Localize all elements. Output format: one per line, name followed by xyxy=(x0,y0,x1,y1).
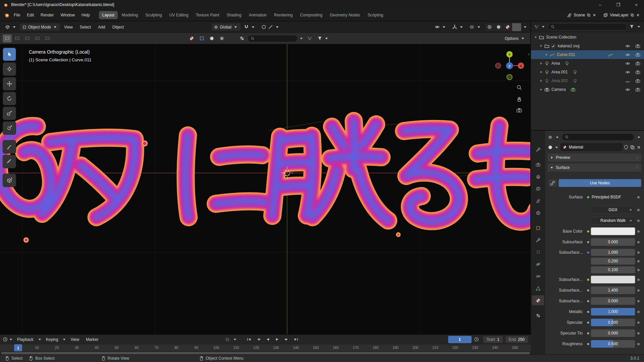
chevron-down-icon[interactable] xyxy=(299,36,304,41)
tab-layout[interactable]: Layout xyxy=(99,11,118,19)
play-reverse-button[interactable] xyxy=(264,336,272,343)
jump-to-start-button[interactable] xyxy=(245,336,254,343)
menu-window[interactable]: Window xyxy=(57,11,78,19)
select-box-tool[interactable] xyxy=(3,48,16,61)
options-dropdown[interactable]: Options xyxy=(502,35,528,42)
decorator-dot[interactable] xyxy=(635,343,641,345)
tab-world[interactable] xyxy=(532,208,544,218)
texture-ball-button[interactable] xyxy=(187,35,196,43)
material-sphere-icon[interactable] xyxy=(548,145,553,150)
tab-constraints[interactable] xyxy=(532,271,544,281)
outliner-row-scene-collection[interactable]: Scene Collection xyxy=(531,33,644,42)
timeline-editor-icon[interactable] xyxy=(3,337,8,342)
radius-z-field[interactable]: 0.100 xyxy=(591,266,635,274)
disclosure-triangle-icon[interactable] xyxy=(539,61,543,65)
auto-keying-toggle[interactable] xyxy=(223,336,232,343)
mode-selector[interactable]: Object Mode xyxy=(20,23,60,31)
render-visibility-toggle[interactable] xyxy=(633,52,642,57)
subsurface-method-dropdown[interactable]: Random Walk xyxy=(591,217,635,225)
jump-prev-keyframe-button[interactable] xyxy=(254,336,263,343)
tab-output[interactable] xyxy=(532,172,544,182)
timeline-menu-marker[interactable]: Marker xyxy=(83,336,101,343)
timeline-ruler[interactable]: 1 10203040506070809010011012013014015016… xyxy=(0,344,531,351)
render-visibility-toggle[interactable] xyxy=(633,44,642,49)
gizmos-dropdown[interactable] xyxy=(450,23,466,31)
playhead-marker[interactable]: 1 xyxy=(14,344,22,351)
material-name-field[interactable]: Material xyxy=(560,143,622,151)
view-list-button[interactable] xyxy=(305,35,314,43)
decorator-dot[interactable] xyxy=(635,279,641,281)
hide-eye-toggle[interactable] xyxy=(623,61,632,66)
disclosure-triangle-icon[interactable] xyxy=(539,79,543,83)
tab-material[interactable] xyxy=(532,295,544,305)
matcap-ball-button[interactable] xyxy=(207,35,216,43)
tab-object-data[interactable] xyxy=(532,283,544,293)
surface-shader-select[interactable]: Principled BSDF xyxy=(591,193,635,201)
editor-type-selector[interactable] xyxy=(3,23,19,31)
viewport-menu-select[interactable]: Select xyxy=(77,23,94,31)
grid-paint-button[interactable] xyxy=(237,35,247,43)
unlink-material-icon[interactable] xyxy=(636,145,641,150)
image-square-button[interactable] xyxy=(197,35,206,43)
decorator-dot[interactable] xyxy=(635,220,641,222)
jump-to-end-button[interactable] xyxy=(292,336,301,343)
render-visibility-toggle[interactable] xyxy=(633,70,642,75)
preview-panel-header[interactable]: Preview xyxy=(548,154,641,162)
tab-compositing[interactable]: Compositing xyxy=(297,11,326,19)
camera-data-badge-icon[interactable] xyxy=(571,87,576,92)
tab-physics[interactable] xyxy=(532,259,544,269)
use-nodes-button[interactable]: Use Nodes xyxy=(558,179,641,187)
specular-tint-slider[interactable]: 0.000 xyxy=(591,329,635,337)
tab-object[interactable] xyxy=(532,223,544,233)
radius-y-field[interactable]: 0.200 xyxy=(591,257,635,265)
play-button[interactable] xyxy=(273,336,282,343)
subsurface-anisotropy-slider[interactable]: 0.000 xyxy=(591,297,635,305)
minimize-button[interactable]: – xyxy=(592,0,608,9)
base-color-swatch[interactable] xyxy=(591,227,635,235)
tab-animation[interactable]: Animation xyxy=(246,11,270,19)
proportional-editing-toggle[interactable] xyxy=(259,23,282,31)
fake-user-shield-icon[interactable] xyxy=(624,145,629,150)
render-visibility-toggle[interactable] xyxy=(633,78,642,83)
decorator-dot[interactable] xyxy=(635,260,641,262)
decorator-dot[interactable] xyxy=(635,300,641,302)
menu-file[interactable]: File xyxy=(11,11,23,19)
disclosure-triangle-icon[interactable] xyxy=(539,44,543,48)
hide-eye-toggle-off[interactable] xyxy=(623,78,632,83)
tab-modifiers[interactable] xyxy=(532,235,544,245)
cursor-tool[interactable] xyxy=(3,62,16,76)
chevron-down-icon[interactable] xyxy=(554,145,559,150)
transform-orientation-selector[interactable]: Global xyxy=(212,23,240,31)
tab-texture[interactable] xyxy=(532,310,544,320)
timeline-menu-view[interactable]: View xyxy=(67,336,82,343)
studio-light-button[interactable] xyxy=(217,35,226,43)
tab-modeling[interactable]: Modeling xyxy=(118,11,142,19)
decorator-dot[interactable] xyxy=(635,230,641,233)
viewport-menu-view[interactable]: View xyxy=(61,23,76,31)
timeline-menu-playback[interactable]: Playback xyxy=(14,336,37,343)
tab-texture-paint[interactable]: Texture Paint xyxy=(193,11,223,19)
tab-particles[interactable] xyxy=(532,247,544,257)
filter-dropdown[interactable] xyxy=(315,35,331,42)
close-button[interactable]: × xyxy=(629,0,644,9)
radius-x-field[interactable]: 1.000 xyxy=(591,249,635,256)
render-visibility-toggle[interactable] xyxy=(633,87,642,92)
unlink-scene-icon[interactable] xyxy=(592,13,596,17)
disclosure-triangle-icon[interactable] xyxy=(544,53,548,57)
outliner-search-input[interactable] xyxy=(548,23,627,31)
move-tool[interactable] xyxy=(3,77,16,90)
menu-edit[interactable]: Edit xyxy=(24,11,37,19)
disclosure-triangle-icon[interactable] xyxy=(534,35,538,39)
decorator-dot[interactable] xyxy=(635,321,641,324)
select-mode-intersect-button[interactable] xyxy=(43,35,52,43)
specular-slider[interactable]: 0.500 xyxy=(591,318,635,326)
decorator-dot[interactable] xyxy=(635,251,641,254)
light-data-badge-icon[interactable] xyxy=(573,70,578,75)
viewlayer-selector[interactable]: ViewLayer xyxy=(603,13,640,18)
tab-shading[interactable]: Shading xyxy=(223,11,245,19)
scene-selector[interactable]: Scene xyxy=(567,13,596,18)
decorator-dot[interactable] xyxy=(635,311,641,313)
tab-scene[interactable] xyxy=(532,196,544,206)
decorator-dot[interactable] xyxy=(635,209,641,211)
hide-eye-toggle[interactable] xyxy=(623,87,632,92)
